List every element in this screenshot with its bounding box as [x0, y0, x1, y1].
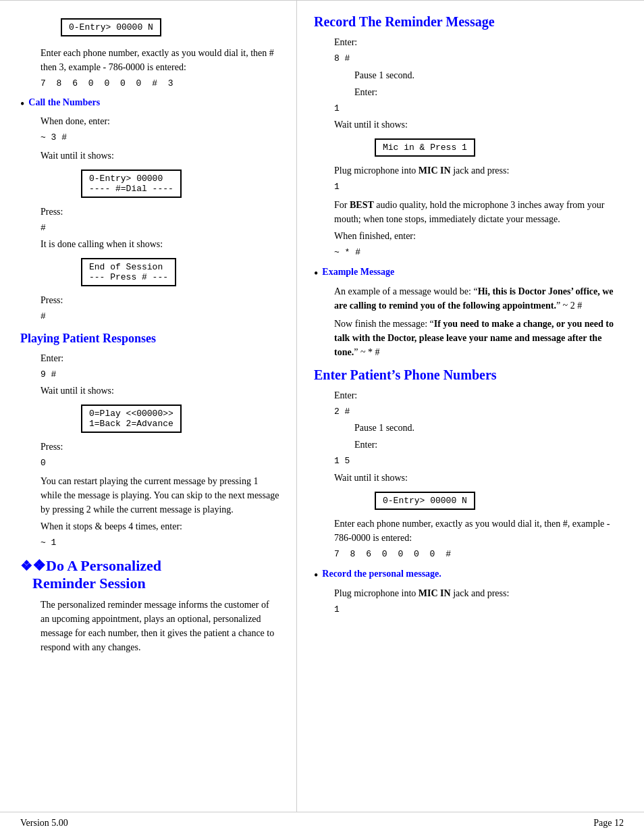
now-finish-para: Now finish the message: “If you need to …	[334, 317, 624, 359]
personalized-para: The personalized reminder message inform…	[41, 598, 279, 654]
tilde-star: ~ * #	[334, 246, 624, 259]
playing-para1: You can restart playing the current mess…	[41, 474, 279, 517]
page-footer: Version 5.00 Page 12	[0, 812, 644, 834]
record-personal-header: • Record the personal message.	[314, 569, 624, 583]
best-para: For BEST audio quality, hold the microph…	[334, 198, 624, 226]
mic-in-box: Mic in & Press 1	[375, 138, 475, 157]
end-session-line2: --- Press # ---	[89, 272, 168, 282]
rec-enter1: Enter:	[334, 35, 624, 49]
when-stops: When it stops & beeps 4 times, enter:	[41, 519, 279, 533]
best-rest: audio quality, hold the microphone 3 inc…	[334, 200, 604, 224]
playing-content: Enter: 9 # Wait until it shows: 0=Play <…	[20, 351, 279, 550]
jack-text: jack and press:	[453, 165, 509, 176]
hash2-char: #	[41, 310, 279, 323]
plug-label: Plug microphone into	[334, 165, 416, 176]
end-session-line1: End of Session	[89, 262, 168, 272]
rp-one: 1	[334, 603, 624, 617]
zero-char: 0	[41, 457, 279, 470]
rp-plug: Plug microphone into MIC IN jack and pre…	[334, 586, 624, 600]
bullet-dot-example: •	[314, 267, 318, 282]
personalized-title: ❖❖Do A Personalized Reminder Session	[20, 557, 279, 592]
finish-end: ” ~ * #	[354, 347, 379, 357]
two-hash: 2 #	[334, 405, 624, 419]
call-numbers-content: When done, enter: ~ 3 # Wait until it sh…	[20, 114, 279, 323]
ep-enter1: Enter:	[334, 388, 624, 402]
tilde-1: ~ 1	[41, 536, 279, 550]
example-header: • Example Message	[314, 267, 624, 282]
press2-label: Press:	[41, 293, 279, 307]
intro-example: 7 8 6 0 0 0 0 # 3	[20, 77, 279, 90]
finished-label: When finished, enter:	[334, 229, 624, 243]
example-title: Example Message	[322, 267, 394, 278]
dial-box-line1: 0-Entry> 00000	[89, 174, 173, 184]
now-finish-label: Now finish the message: “	[334, 319, 434, 329]
dial-box-line2: ---- #=Dial ----	[89, 184, 173, 194]
press-label: Press:	[41, 205, 279, 219]
for-label: For	[334, 200, 347, 210]
mic-box-text: Mic in & Press 1	[383, 142, 467, 153]
done-text: It is done calling when it shows:	[41, 237, 279, 251]
personalized-title-line2: Reminder Session	[20, 575, 146, 592]
personalized-section: ❖❖Do A Personalized Reminder Session The…	[20, 557, 279, 654]
intro-box-text: 0-Entry> 00000 N	[69, 22, 153, 32]
bullet-dot-call: •	[20, 97, 24, 112]
tilde-3: ~ 3 #	[41, 131, 279, 145]
playing-wait: Wait until it shows:	[41, 384, 279, 398]
record-reminder-title: Record The Reminder Message	[314, 14, 624, 30]
best-bold: BEST	[350, 200, 374, 210]
intro-text: Enter each phone number, exactly as you …	[41, 46, 279, 74]
mic-in-bold: MIC IN	[419, 165, 451, 176]
enter2-label: Enter:	[334, 85, 624, 99]
when-done: When done, enter:	[41, 114, 279, 128]
pause1: Pause 1 second.	[334, 68, 624, 82]
one2-char: 1	[334, 180, 624, 194]
dial-code-box: 0-Entry> 00000 ---- #=Dial ----	[81, 170, 182, 198]
playing-enter: Enter:	[41, 351, 279, 365]
playing-press: Press:	[41, 440, 279, 454]
wait-shows: Wait until it shows:	[41, 149, 279, 163]
version-label: Version 5.00	[20, 818, 68, 829]
rp-jack: jack and press:	[453, 588, 509, 598]
page: 0-Entry> 00000 N Enter each phone number…	[0, 0, 644, 834]
playing-title: Playing Patient Responses	[20, 332, 279, 346]
example-intro: An example of a message would be: “	[334, 286, 478, 296]
ep-para: Enter each phone number, exactly as you …	[334, 517, 624, 545]
play-box-line1: 0=Play <<00000>>	[89, 409, 173, 419]
record-personal-content: Plug microphone into MIC IN jack and pre…	[314, 586, 624, 617]
rp-plug-label: Plug microphone into	[334, 588, 416, 598]
hash-char: #	[41, 221, 279, 235]
nine-hash: 9 #	[41, 368, 279, 382]
left-column: 0-Entry> 00000 N Enter each phone number…	[0, 1, 297, 812]
bullet-dot-personal: •	[314, 569, 318, 583]
play-code-box: 0=Play <<00000>> 1=Back 2=Advance	[81, 405, 182, 433]
eight-hash: 8 #	[334, 52, 624, 66]
call-numbers-header: • Call the Numbers	[20, 97, 279, 112]
playing-section: Playing Patient Responses Enter: 9 # Wai…	[20, 332, 279, 550]
rp-mic-in: MIC IN	[419, 588, 451, 598]
ep-pause: Pause 1 second.	[334, 421, 624, 435]
plug-text: Plug microphone into MIC IN jack and pre…	[334, 163, 624, 178]
ep-wait: Wait until it shows:	[334, 471, 624, 485]
example-content: An example of a message would be: “Hi, t…	[314, 284, 624, 359]
record-personal-title: Record the personal message.	[322, 569, 441, 579]
enter-phone-section: Enter Patient’s Phone Numbers Enter: 2 #…	[314, 367, 624, 561]
one-five: 1 5	[334, 454, 624, 468]
page-number: Page 12	[593, 818, 624, 829]
record-reminder-content: Enter: 8 # Pause 1 second. Enter: 1 Wait…	[314, 35, 624, 259]
ep-box-text: 0-Entry> 00000 N	[383, 496, 467, 506]
ep-example: 7 8 6 0 0 0 0 #	[334, 548, 624, 561]
intro-code-box: 0-Entry> 00000 N	[61, 18, 161, 36]
play-box-line2: 1=Back 2=Advance	[89, 419, 173, 429]
ep-enter2: Enter:	[334, 438, 624, 452]
example-end: ”	[556, 301, 560, 311]
call-numbers-title: Call the Numbers	[28, 97, 100, 108]
wait-shows-rec: Wait until it shows:	[334, 118, 624, 132]
right-column: Record The Reminder Message Enter: 8 # P…	[297, 1, 644, 812]
tilde-2: ~ 2 #	[563, 301, 583, 311]
example-intro-para: An example of a message would be: “Hi, t…	[334, 284, 624, 313]
enter-phone-content: Enter: 2 # Pause 1 second. Enter: 1 5 Wa…	[314, 388, 624, 561]
ep-box: 0-Entry> 00000 N	[375, 492, 475, 510]
personalized-title-line1: ❖Do A Personalized	[32, 557, 161, 574]
one-char: 1	[334, 102, 624, 115]
diamond-icon: ❖	[20, 558, 32, 573]
